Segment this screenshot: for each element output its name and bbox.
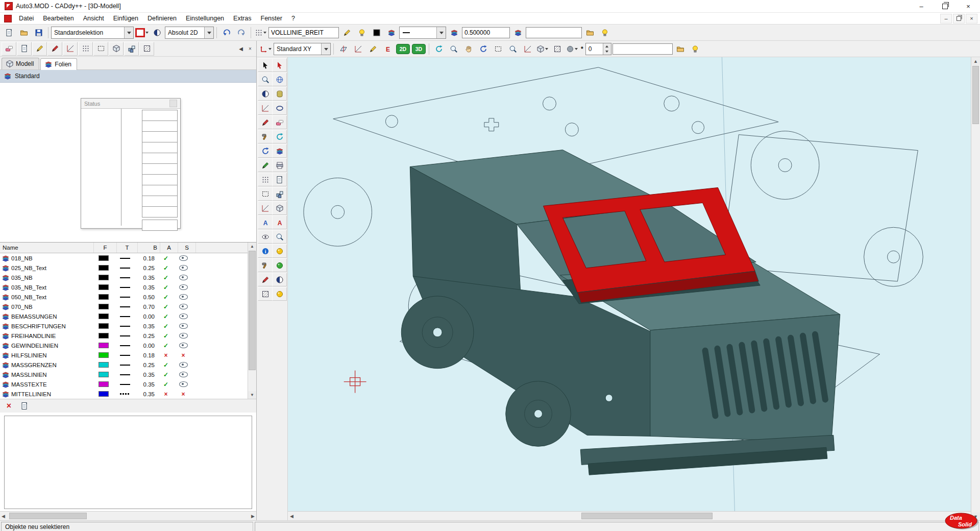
layer-active-check[interactable]: ✓ [163, 313, 168, 320]
layer-hidden-cross[interactable]: × [181, 352, 185, 359]
view-dropdown[interactable]: Standard XY [274, 43, 331, 55]
scrollbar-thumb[interactable] [9, 513, 87, 519]
layer-linetype[interactable] [120, 326, 130, 327]
menu-?[interactable]: ? [287, 14, 300, 23]
rotate-tool-icon[interactable] [272, 130, 287, 143]
render-mode-dropdown[interactable] [565, 42, 579, 56]
layer-color-swatch[interactable] [99, 352, 109, 358]
assembly-tool-icon[interactable] [272, 201, 287, 215]
layer-linetype[interactable] [120, 384, 130, 385]
browse-library-button[interactable] [583, 26, 597, 39]
scrollbar-thumb[interactable] [581, 513, 712, 519]
knife-tool-icon[interactable] [258, 130, 273, 143]
status-dialog-titlebar[interactable]: Status [81, 99, 180, 108]
layer-row[interactable]: MASSGRENZEN0.25✓ [0, 360, 256, 370]
layer-visible-eye-icon[interactable] [179, 294, 188, 300]
layer-active-check[interactable]: ✓ [163, 323, 168, 330]
menu-einfgen[interactable]: Einfügen [109, 14, 143, 23]
view-orientation-dropdown[interactable] [535, 42, 549, 56]
layer-row[interactable]: 035_NB0.35✓ [0, 273, 256, 282]
layer-active-check[interactable]: ✓ [163, 274, 168, 281]
spinner-down-icon[interactable] [603, 49, 611, 55]
column-header-color[interactable]: F [94, 243, 117, 253]
layer-visible-eye-icon[interactable] [179, 255, 188, 261]
undo-button[interactable] [219, 26, 233, 39]
minimize-button[interactable]: – [910, 0, 933, 12]
window-select-tool-icon[interactable] [258, 187, 273, 201]
dimension-icon[interactable] [63, 42, 78, 56]
width-layers-button[interactable] [511, 26, 525, 39]
scroll-up-icon[interactable]: ▲ [971, 57, 980, 65]
layer-color-swatch[interactable] [99, 343, 109, 348]
layer-group-standard[interactable]: Standard [0, 70, 256, 83]
snap-grid-tool-icon[interactable] [258, 173, 273, 186]
model-3d-view[interactable] [288, 57, 971, 512]
sketch-tool-icon[interactable] [258, 115, 273, 129]
workplane-button[interactable] [336, 42, 350, 56]
viewport-extra-field[interactable] [612, 43, 673, 55]
mdi-close-button[interactable]: × [966, 14, 977, 23]
plane-icon[interactable] [109, 42, 124, 56]
measure-button[interactable] [521, 42, 534, 56]
layer-row[interactable]: 050_NB_Text0.50✓ [0, 292, 256, 302]
scroll-left-icon[interactable]: ◀ [2, 514, 5, 519]
select-tool-icon[interactable] [258, 58, 273, 72]
edit-button[interactable] [366, 42, 380, 56]
layer-row[interactable]: 035_NB_Text0.35✓ [0, 282, 256, 292]
light-settings-button[interactable] [598, 26, 611, 39]
layer-active-check[interactable]: ✓ [163, 264, 168, 272]
column-header-width[interactable]: B [138, 243, 160, 253]
ellipse-tool-icon[interactable] [272, 101, 287, 115]
layer-color-swatch[interactable] [99, 372, 109, 377]
layer-row[interactable]: HILFSLINIEN0.18×× [0, 350, 256, 360]
extra-field[interactable] [526, 27, 582, 38]
layer-visible-eye-icon[interactable] [179, 343, 188, 348]
redo-button[interactable] [234, 26, 248, 39]
text-red-tool-icon[interactable]: A [272, 215, 287, 229]
layer-active-check[interactable]: ✓ [163, 255, 168, 262]
layer-visible-eye-icon[interactable] [179, 313, 188, 319]
eraser-tool-icon[interactable] [272, 115, 287, 129]
left-panel-hscrollbar[interactable]: ◀ ▶ [0, 511, 256, 520]
select-red-tool-icon[interactable] [272, 58, 287, 72]
pan-button[interactable] [461, 42, 475, 56]
layer-row[interactable]: MITTELLINIEN0.35×× [0, 389, 256, 399]
hatch-button[interactable] [550, 42, 564, 56]
layer-linetype[interactable] [120, 365, 130, 366]
angle-spinner[interactable]: 0 [585, 43, 611, 55]
copy-selection-button[interactable] [17, 399, 31, 413]
scrollbar-thumb[interactable] [249, 251, 256, 370]
menu-ansicht[interactable]: Ansicht [79, 14, 109, 23]
zoom-tool-icon[interactable] [258, 73, 273, 86]
new-file-button[interactable] [2, 26, 16, 39]
layer-visible-eye-icon[interactable] [179, 333, 188, 339]
mdi-minimize-button[interactable]: – [940, 14, 952, 23]
render-green-tool-icon[interactable] [272, 258, 287, 272]
layer-color-swatch[interactable] [99, 284, 109, 290]
color-layers-button[interactable] [384, 26, 398, 39]
globe-tool-icon[interactable] [272, 73, 287, 86]
column-header-linetype[interactable]: T [117, 243, 138, 253]
notes-box[interactable] [4, 416, 252, 509]
zoom-detail-tool-icon[interactable] [272, 230, 287, 244]
light-button[interactable] [689, 42, 702, 56]
layer-linetype[interactable] [120, 345, 130, 346]
layer-visible-eye-icon[interactable] [179, 304, 188, 309]
viewport-vscrollbar[interactable]: ▲ ▼ [971, 57, 980, 520]
menu-extras[interactable]: Extras [229, 14, 256, 23]
column-header-visible[interactable]: S [178, 243, 196, 253]
linestyle-dropdown[interactable] [399, 27, 446, 39]
layer-color-swatch[interactable] [99, 275, 109, 280]
layer-color-swatch[interactable] [99, 381, 109, 387]
layer-active-check[interactable]: ✓ [163, 284, 168, 291]
save-button[interactable] [32, 26, 45, 39]
layer-active-check[interactable]: ✓ [163, 332, 168, 340]
layer-active-check[interactable]: ✓ [163, 371, 168, 378]
pattern-dropdown[interactable] [254, 26, 267, 39]
layer-color-swatch[interactable] [99, 323, 109, 329]
layer-color-swatch[interactable] [99, 362, 109, 368]
scroll-down-icon[interactable]: ▼ [248, 391, 256, 399]
sheet-tool-icon[interactable] [272, 173, 287, 186]
align-button[interactable] [351, 42, 365, 56]
draw-icon[interactable] [32, 42, 47, 56]
